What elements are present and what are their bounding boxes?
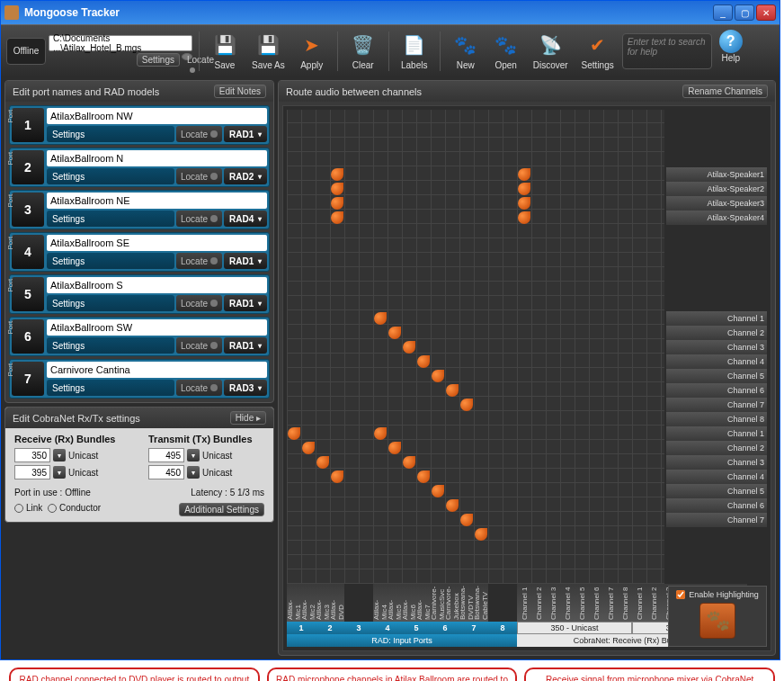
bundle-number-input[interactable]	[14, 448, 50, 462]
rad-model-select[interactable]: RAD1	[224, 295, 267, 311]
port-row: 6 AtilaxBallroom SW Settings Locate RAD1	[9, 317, 270, 356]
input-port-number: 3	[344, 622, 373, 634]
output-channel-label: Atilax-Speaker1	[666, 167, 767, 182]
crosspoint[interactable]	[331, 470, 343, 483]
discover-icon: 📡	[537, 31, 564, 58]
bundle-type-select[interactable]: ▾	[187, 466, 200, 479]
crosspoint[interactable]	[432, 370, 444, 382]
crosspoint[interactable]	[388, 442, 401, 454]
output-channel-label: Atilax-Speaker3	[666, 196, 767, 211]
crosspoint[interactable]	[518, 168, 530, 181]
port-locate-button[interactable]: Locate	[176, 295, 222, 311]
crosspoint[interactable]	[518, 197, 530, 210]
port-settings-button[interactable]: Settings	[47, 168, 174, 184]
crosspoint[interactable]	[460, 399, 473, 411]
port-number: 7	[12, 362, 44, 396]
crosspoint[interactable]	[417, 470, 430, 483]
rad-model-select[interactable]: RAD3	[224, 380, 267, 396]
crosspoint[interactable]	[403, 341, 415, 354]
crosspoint[interactable]	[475, 528, 487, 541]
port-name-input[interactable]: AtilaxBallroom NE	[47, 193, 267, 209]
port-settings-button[interactable]: Settings	[47, 380, 174, 396]
save-button[interactable]: 💾Save	[206, 30, 244, 72]
labels-button[interactable]: 📄Labels	[396, 30, 433, 72]
close-button[interactable]: ✕	[756, 4, 776, 21]
crosspoint[interactable]	[331, 197, 343, 210]
port-name-input[interactable]: AtilaxBallroom N	[47, 150, 267, 166]
port-name-input[interactable]: AtilaxBallroom SE	[47, 235, 267, 251]
crosspoint[interactable]	[316, 456, 329, 469]
rename-channels-button[interactable]: Rename Channels	[682, 85, 768, 98]
additional-settings-button[interactable]: Additional Settings	[179, 503, 264, 516]
edit-notes-button[interactable]: Edit Notes	[214, 85, 266, 98]
crosspoint[interactable]	[374, 312, 387, 325]
port-locate-button[interactable]: Locate	[176, 211, 222, 227]
port-settings-button[interactable]: Settings	[47, 253, 174, 269]
port-settings-button[interactable]: Settings	[47, 295, 174, 311]
input-channel-label: Channel 1	[517, 584, 531, 622]
help-search-input[interactable]: Enter text to search for help	[622, 33, 712, 69]
rad-model-select[interactable]: RAD2	[224, 168, 267, 184]
link-radio[interactable]	[14, 504, 23, 513]
clear-button[interactable]: 🗑️Clear	[344, 30, 382, 72]
crosspoint[interactable]	[446, 499, 459, 512]
input-channel-label: Atilax-Mic2	[301, 584, 316, 622]
path-settings-button[interactable]: Settings	[137, 53, 180, 67]
bundle-type-select[interactable]: ▾	[53, 466, 66, 479]
bundle-type-select[interactable]: ▾	[187, 449, 200, 461]
cobranet-hide-button[interactable]: Hide ▸	[230, 411, 266, 425]
crosspoint[interactable]	[302, 442, 315, 454]
port-settings-button[interactable]: Settings	[47, 211, 174, 227]
crosspoint[interactable]	[403, 456, 415, 469]
enable-highlighting-checkbox[interactable]: Enable Highlighting	[676, 590, 759, 599]
rad-model-select[interactable]: RAD1	[224, 253, 267, 269]
bundle-type-select[interactable]: ▾	[53, 449, 66, 461]
help-button[interactable]: ?Help	[715, 30, 747, 73]
crosspoint[interactable]	[417, 355, 430, 368]
crosspoint[interactable]	[432, 485, 444, 497]
crosspoint[interactable]	[288, 427, 300, 440]
discover-button[interactable]: 📡Discover	[528, 30, 574, 72]
port-name-input[interactable]: AtilaxBallroom S	[47, 277, 267, 293]
crosspoint[interactable]	[331, 168, 343, 181]
port-name-input[interactable]: AtilaxBallroom SW	[47, 319, 267, 336]
port-in-use-label: Port in use : Offline	[14, 488, 91, 497]
port-locate-button[interactable]: Locate	[176, 253, 222, 269]
port-locate-button[interactable]: Locate	[176, 126, 222, 142]
crosspoint[interactable]	[518, 183, 530, 195]
routing-matrix[interactable]: Atilax-Speaker1Atilax-Speaker2Atilax-Spe…	[282, 105, 771, 651]
crosspoint[interactable]	[331, 211, 343, 224]
tx-channel-label: Channel 7	[666, 513, 767, 527]
port-locate-button[interactable]: Locate	[176, 168, 222, 184]
crosspoint[interactable]	[460, 514, 473, 526]
offline-button[interactable]: Offline	[6, 38, 46, 65]
port-settings-button[interactable]: Settings	[47, 337, 174, 354]
rad-model-select[interactable]: RAD1	[224, 337, 267, 354]
port-locate-button[interactable]: Locate	[176, 337, 222, 354]
port-settings-button[interactable]: Settings	[47, 126, 174, 142]
crosspoint[interactable]	[331, 183, 343, 195]
apply-button[interactable]: ➤Apply	[293, 30, 331, 72]
path-locate-button[interactable]: Locate	[182, 53, 192, 60]
conductor-radio[interactable]	[48, 504, 57, 513]
crosspoint[interactable]	[388, 327, 401, 339]
port-name-input[interactable]: AtilaxBallroom NW	[47, 108, 267, 124]
crosspoint[interactable]	[374, 427, 387, 440]
bundle-number-input[interactable]	[14, 465, 50, 479]
maximize-button[interactable]: ▢	[735, 4, 754, 21]
new-button[interactable]: 🐾New	[447, 30, 485, 72]
settings-button[interactable]: ✔Settings	[576, 30, 619, 72]
rad-model-select[interactable]: RAD1	[224, 126, 267, 142]
port-name-input[interactable]: Carnivore Cantina	[47, 362, 267, 378]
saveas-button[interactable]: 💾Save As	[246, 30, 290, 72]
file-path-input[interactable]: C:\Documents ...\Atilax_Hotel_B.mgs	[49, 35, 192, 51]
crosspoint[interactable]	[446, 384, 459, 397]
open-button[interactable]: 🐾Open	[487, 30, 525, 72]
minimize-button[interactable]: _	[713, 4, 733, 21]
input-channel-label: Channel 3	[546, 584, 560, 622]
rad-model-select[interactable]: RAD4	[224, 211, 267, 227]
port-locate-button[interactable]: Locate	[176, 380, 222, 396]
bundle-number-input[interactable]	[148, 465, 184, 479]
crosspoint[interactable]	[518, 211, 530, 224]
bundle-number-input[interactable]	[148, 448, 184, 462]
